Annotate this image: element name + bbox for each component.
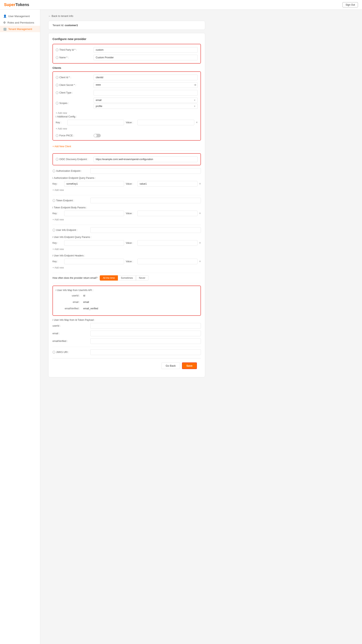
token-endpoint-input[interactable] [90, 198, 201, 203]
sidebar-item-tenant-management[interactable]: 🏢 Tenant Management [0, 26, 40, 32]
userinfo-query-key-label: Key : [52, 242, 62, 244]
token-payload-userid-input[interactable] [90, 323, 201, 329]
client-secret-input[interactable] [94, 82, 193, 88]
userinfo-headers-value-input[interactable] [137, 259, 197, 264]
oidc-discovery-input[interactable] [94, 156, 198, 162]
sidebar-item-user-management[interactable]: 👤 User Management [0, 13, 40, 19]
additional-config-section: i Additional Config : Key : Value : × + … [56, 115, 198, 131]
info-icon: i [56, 134, 58, 137]
email-freq-label: How often does the provider return email… [52, 276, 97, 279]
userinfo-map-email-value: email [82, 300, 91, 304]
add-userinfo-headers-link[interactable]: + Add new [52, 266, 64, 270]
userinfo-query-value-label: Value : [126, 242, 136, 244]
token-payload-emailverified-label: emailVerified : [52, 340, 89, 342]
userinfo-query-params-label: i User Info Endpoint Query Params : [52, 236, 201, 238]
client-type-label: i Client Type : [56, 91, 92, 94]
token-endpoint-row: i Token Endpoint : [52, 198, 201, 203]
additional-value-input[interactable] [137, 120, 194, 125]
userinfo-headers-section: i User Info Endpoint Headers : Key : Val… [52, 254, 201, 270]
jwks-uri-section: i JWKS URI : [52, 349, 201, 355]
token-body-params-section: i Token Endpoint Body Params : Key : Val… [52, 206, 201, 222]
info-icon: i [52, 236, 53, 238]
sign-out-button[interactable]: Sign Out [342, 2, 358, 8]
go-back-button[interactable]: Go Back [162, 362, 180, 369]
info-icon: i [52, 254, 53, 257]
additional-key-input[interactable] [67, 120, 124, 125]
add-userinfo-query-link[interactable]: + Add new [52, 247, 64, 252]
provider-identity-section: i Third Party Id * : i Name * : [52, 44, 201, 64]
userinfo-query-remove-icon[interactable]: × [199, 241, 201, 245]
userinfo-headers-remove-icon[interactable]: × [199, 260, 201, 263]
userinfo-headers-key-label: Key : [52, 260, 62, 263]
userinfo-map-userid-label: userId : [56, 294, 80, 297]
info-icon: i [56, 91, 58, 94]
scopes-row: i Scopes : email × [56, 98, 198, 109]
info-icon: i [56, 115, 56, 118]
scope-profile-container: profile × [94, 104, 198, 109]
tenant-id-label: Tenant Id: [52, 24, 64, 27]
token-body-remove-icon[interactable]: × [199, 212, 201, 215]
userinfo-map-userid-value: id [82, 293, 87, 298]
client-id-input[interactable] [94, 74, 198, 80]
token-body-value-input[interactable] [137, 210, 197, 216]
userinfo-endpoint-input[interactable] [90, 227, 201, 233]
token-payload-emailverified-input[interactable] [90, 338, 201, 344]
scope-profile-remove[interactable]: × [194, 105, 196, 108]
token-payload-email-input[interactable] [90, 331, 201, 336]
token-body-key-input[interactable] [64, 210, 124, 216]
client-fields-section: i Client Id * : i Client Secret * : [52, 72, 201, 140]
scope-email-remove[interactable]: × [194, 99, 196, 102]
authorization-endpoint-input[interactable] [90, 168, 201, 174]
layout: 👤 User Management ⚙ Roles and Permission… [0, 10, 362, 644]
userinfo-query-key-input[interactable] [64, 240, 124, 246]
add-auth-query-link[interactable]: + Add new [52, 188, 64, 192]
info-icon: i [56, 76, 58, 79]
info-icon: i [52, 229, 55, 232]
sidebar-item-label: User Management [8, 15, 30, 18]
add-client-link[interactable]: + Add New Client [52, 145, 71, 148]
add-additional-link[interactable]: + Add new [56, 126, 67, 131]
freq-btn-sometimes[interactable]: Sometimes [118, 275, 136, 280]
scope-profile-tag: profile × [94, 104, 198, 109]
info-icon: i [52, 176, 53, 180]
sidebar: 👤 User Management ⚙ Roles and Permission… [0, 10, 40, 644]
name-input[interactable] [94, 55, 198, 60]
additional-remove-icon[interactable]: × [196, 121, 198, 124]
token-payload-emailverified-row: emailVerified : [52, 338, 201, 344]
userinfo-endpoint-label: i User Info Endpoint : [52, 229, 89, 232]
userinfo-map-emailverified-label: emailVerified : [56, 307, 80, 310]
eye-icon[interactable]: 👁 [193, 84, 198, 87]
userinfo-query-kv-row: Key : Value : × [52, 240, 201, 246]
freq-btn-all-the-time[interactable]: All the time [100, 275, 118, 280]
save-button[interactable]: Save [182, 362, 197, 369]
auth-query-value-input[interactable] [137, 181, 197, 187]
userinfo-map-emailverified-row: emailVerified : email_verified [56, 306, 198, 311]
scope-profile-value: profile [96, 105, 102, 108]
jwks-uri-input[interactable] [90, 349, 201, 355]
userinfo-query-value-input[interactable] [137, 240, 197, 246]
logo: SuperTokens [4, 2, 29, 7]
user-icon: 👤 [3, 14, 7, 18]
tenant-id-value: customer1 [65, 24, 78, 27]
additional-config-label: i Additional Config : [56, 115, 198, 118]
name-label: i Name * : [56, 56, 92, 59]
third-party-id-input[interactable] [94, 47, 198, 53]
client-secret-label: i Client Secret * : [56, 84, 92, 86]
force-pkce-toggle[interactable] [94, 134, 101, 137]
add-scope-link[interactable]: + Add new [56, 111, 67, 115]
freq-btn-never[interactable]: Never [136, 275, 148, 280]
header: SuperTokens Sign Out [0, 0, 362, 10]
auth-query-key-input[interactable] [64, 181, 124, 187]
userinfo-map-emailverified-value: email_verified [82, 306, 100, 311]
token-body-params-label: i Token Endpoint Body Params : [52, 206, 201, 209]
token-body-value-label: Value : [126, 212, 136, 215]
client-type-row: i Client Type : [56, 90, 198, 96]
userinfo-headers-key-input[interactable] [64, 259, 124, 264]
back-link[interactable]: ← Back to tenant info [48, 14, 73, 18]
sidebar-item-roles-permissions[interactable]: ⚙ Roles and Permissions [0, 19, 40, 26]
add-token-body-link[interactable]: + Add new [52, 218, 64, 222]
auth-query-remove-icon[interactable]: × [199, 182, 201, 186]
userinfo-headers-label: i User Info Endpoint Headers : [52, 254, 201, 257]
auth-query-key-label: Key : [52, 182, 62, 185]
client-type-input[interactable] [94, 90, 198, 96]
